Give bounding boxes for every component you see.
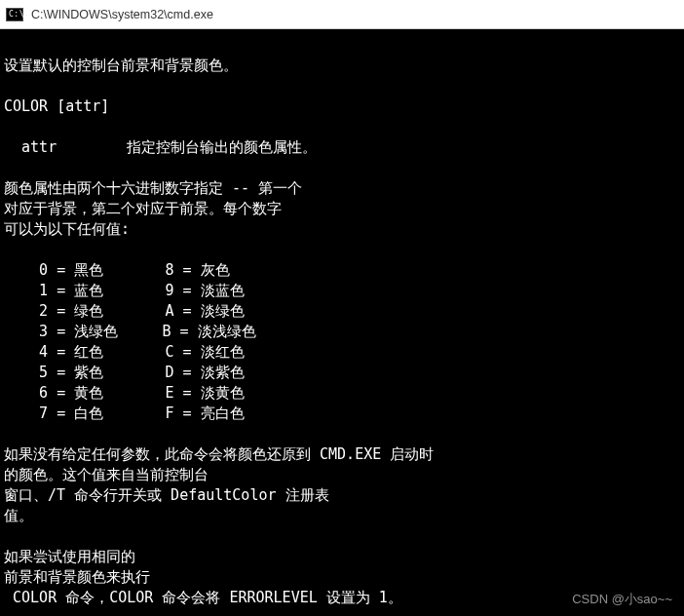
terminal-line: 值。 <box>4 507 33 524</box>
watermark-text: CSDN @小sao~~ <box>572 591 672 608</box>
terminal-output[interactable]: 设置默认的控制台前景和背景颜色。 COLOR [attr] attr 指定控制台… <box>0 29 684 616</box>
terminal-line: 窗口、/T 命令行开关或 DefaultColor 注册表 <box>4 486 329 504</box>
terminal-line: COLOR 命令，COLOR 命令会将 ERRORLEVEL 设置为 1。 <box>4 589 402 606</box>
terminal-line: 对应于背景，第二个对应于前景。每个数字 <box>4 200 282 217</box>
terminal-line: 可以为以下任何值: <box>4 220 130 238</box>
terminal-line: 1 = 蓝色 9 = 淡蓝色 <box>4 282 245 299</box>
terminal-line: 如果尝试使用相同的 <box>4 548 135 565</box>
terminal-line: 颜色属性由两个十六进制数字指定 -- 第一个 <box>4 179 302 197</box>
terminal-line: COLOR [attr] <box>4 97 109 115</box>
terminal-line: attr 指定控制台输出的颜色属性。 <box>4 138 317 156</box>
terminal-line: 如果没有给定任何参数，此命令会将颜色还原到 CMD.EXE 启动时 <box>4 445 434 463</box>
terminal-line: 2 = 绿色 A = 淡绿色 <box>4 302 245 320</box>
terminal-line: 设置默认的控制台前景和背景颜色。 <box>4 57 238 74</box>
terminal-line: 4 = 红色 C = 淡红色 <box>4 343 245 361</box>
terminal-line: 前景和背景颜色来执行 <box>4 568 150 586</box>
window-title: C:\WINDOWS\system32\cmd.exe <box>31 8 213 21</box>
cmd-icon: C:\. <box>6 8 23 21</box>
terminal-line: 6 = 黄色 E = 淡黄色 <box>4 384 245 402</box>
window-titlebar[interactable]: C:\. C:\WINDOWS\system32\cmd.exe <box>0 0 684 29</box>
terminal-line: 5 = 紫色 D = 淡紫色 <box>4 364 245 381</box>
terminal-line: 7 = 白色 F = 亮白色 <box>4 404 245 422</box>
terminal-line: 的颜色。这个值来自当前控制台 <box>4 466 209 483</box>
terminal-line: 3 = 浅绿色 B = 淡浅绿色 <box>4 323 256 340</box>
terminal-line: 0 = 黑色 8 = 灰色 <box>4 261 230 279</box>
